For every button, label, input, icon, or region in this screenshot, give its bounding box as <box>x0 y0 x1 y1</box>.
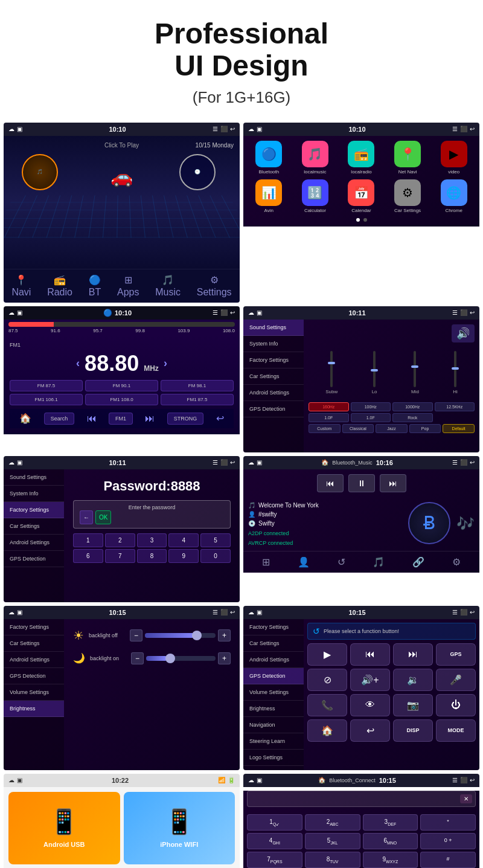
gear-bottom-icon[interactable]: ⚙ <box>452 556 461 568</box>
freq-up[interactable]: › <box>164 357 167 370</box>
next-button[interactable]: ⏭ <box>145 413 155 424</box>
music-bottom-icon[interactable]: 🎵 <box>373 556 385 568</box>
sidebar-gps-detection[interactable]: GPS Detection <box>243 401 304 417</box>
gps-mic[interactable]: 🎤 <box>436 669 476 691</box>
backlight-off-minus[interactable]: − <box>130 629 142 641</box>
bt-clear-button[interactable]: ✕ <box>460 794 472 803</box>
freq-100hz[interactable]: 100Hz <box>351 402 391 411</box>
grid-icon[interactable]: ⊞ <box>262 556 270 568</box>
gps-disp[interactable]: DISP <box>393 719 433 742</box>
preset-5[interactable]: FM1 108.0 <box>85 394 158 405</box>
gps-sidebar-volume[interactable]: Volume Settings <box>243 684 304 701</box>
key-8[interactable]: 8 <box>137 549 167 563</box>
gps-eye[interactable]: 👁 <box>350 694 390 716</box>
gps-power[interactable]: ⏻ <box>436 694 476 716</box>
btn-1of-1[interactable]: 1.0F <box>309 413 349 422</box>
gps-sidebar-logo[interactable]: Logo Settings <box>243 750 304 766</box>
bt-key-4[interactable]: 4GHI <box>247 833 302 849</box>
bt-key-9[interactable]: 9WXYZ <box>363 852 418 868</box>
pw-sidebar-sound[interactable]: Sound Settings <box>4 469 64 486</box>
bt-next[interactable]: ⏭ <box>380 474 406 492</box>
freq-slider[interactable] <box>8 322 235 327</box>
pw-sidebar-car[interactable]: Car Settings <box>4 518 64 535</box>
contacts-icon[interactable]: 👤 <box>298 556 310 568</box>
sidebar-system-info[interactable]: System Info <box>243 336 304 352</box>
preset-default[interactable]: Default <box>443 424 475 433</box>
pw-sidebar-android[interactable]: Android Settings <box>4 535 64 551</box>
nav-music[interactable]: 🎵 Music <box>155 274 181 298</box>
bl-car[interactable]: Car Settings <box>4 635 64 652</box>
app-bluetooth[interactable]: 🔵 Bluetooth <box>248 141 290 175</box>
nav-apps[interactable]: ⊞ Apps <box>117 274 139 298</box>
gps-vol-up[interactable]: 🔊+ <box>350 669 390 691</box>
gps-next[interactable]: ⏭ <box>393 643 433 666</box>
app-chrome[interactable]: 🌐 Chrome <box>433 179 475 213</box>
gps-vol-down[interactable]: 🔉 <box>393 669 433 691</box>
key-4[interactable]: 4 <box>168 533 199 547</box>
preset-2[interactable]: FM 90.1 <box>85 380 158 391</box>
app-localmusic[interactable]: 🎵 localmusic <box>295 141 336 175</box>
backlight-on-plus[interactable]: + <box>218 652 231 664</box>
key-2[interactable]: 2 <box>105 533 135 547</box>
app-calculator[interactable]: 🔢 Calculator <box>295 179 336 213</box>
pw-sidebar-gps[interactable]: GPS Detection <box>4 551 64 567</box>
app-avin[interactable]: 📊 Avin <box>248 179 290 213</box>
nav-navi[interactable]: 📍 Navi <box>11 274 31 298</box>
search-button[interactable]: Search <box>44 413 75 425</box>
key-9[interactable]: 9 <box>168 549 199 563</box>
gps-sidebar-car[interactable]: Car Settings <box>243 635 304 652</box>
key-0[interactable]: 0 <box>200 549 231 563</box>
bl-android[interactable]: Android Settings <box>4 652 64 668</box>
backlight-off-plus[interactable]: + <box>218 629 231 641</box>
preset-custom[interactable]: Custom <box>309 424 341 433</box>
bt-key-hash[interactable]: # <box>420 852 476 868</box>
app-localradio[interactable]: 📻 localradio <box>341 141 382 175</box>
preset-classical[interactable]: Classical <box>342 424 374 433</box>
bt-key-5[interactable]: 5JKL <box>305 833 360 849</box>
bt-connect-input-box[interactable]: ✕ <box>247 791 476 807</box>
gps-sidebar-brightness[interactable]: Brightness <box>243 701 304 717</box>
bt-key-1[interactable]: 1Q↙ <box>247 814 302 831</box>
key-7[interactable]: 7 <box>105 549 135 563</box>
sidebar-factory-settings[interactable]: Factory Settings <box>243 352 304 368</box>
bt-key-3[interactable]: 3DEF <box>363 814 418 831</box>
refresh-icon[interactable]: ↺ <box>337 556 345 568</box>
bl-volume[interactable]: Volume Settings <box>4 684 64 701</box>
gps-sidebar-factory[interactable]: Factory Settings <box>243 619 304 635</box>
backlight-on-minus[interactable]: − <box>131 652 144 664</box>
iphone-wifi-card[interactable]: 📱 iPhone WIFI <box>124 792 235 864</box>
bt-pause[interactable]: ⏸ <box>348 474 375 492</box>
freq-1000hz[interactable]: 1000Hz <box>392 402 433 411</box>
gps-mode[interactable]: MODE <box>436 719 476 742</box>
fm-button[interactable]: FM1 <box>109 413 133 425</box>
gps-phone[interactable]: 📞 <box>307 694 347 716</box>
key-5[interactable]: 5 <box>200 533 231 547</box>
freq-125khz[interactable]: 12.5KHz <box>435 402 475 411</box>
gps-gps-btn[interactable]: GPS <box>436 643 476 666</box>
bt-key-6[interactable]: 6MNO <box>363 833 418 849</box>
nav-settings[interactable]: ⚙ Settings <box>197 274 232 298</box>
key-1[interactable]: 1 <box>73 533 103 547</box>
preset-4[interactable]: FM1 106.1 <box>10 394 83 405</box>
sidebar-sound-settings[interactable]: Sound Settings <box>243 320 304 336</box>
bt-key-8[interactable]: 8TUV <box>305 852 360 868</box>
bt-key-star[interactable]: * <box>420 814 476 831</box>
pw-sidebar-system[interactable]: System Info <box>4 486 64 502</box>
app-car-settings[interactable]: ⚙ Car Settings <box>387 179 429 213</box>
sidebar-android-settings[interactable]: Android Settings <box>243 385 304 401</box>
app-netnavi[interactable]: 📍 Net Navi <box>387 141 429 175</box>
back-button[interactable]: ↩ <box>216 413 224 424</box>
preset-jazz[interactable]: Jazz <box>376 424 408 433</box>
gps-sidebar-gps[interactable]: GPS Detection <box>243 668 304 684</box>
preset-1[interactable]: FM 87.5 <box>10 380 83 391</box>
preset-3[interactable]: FM 98.1 <box>161 380 234 391</box>
gps-home[interactable]: 🏠 <box>307 719 347 742</box>
pw-sidebar-factory[interactable]: Factory Settings <box>4 502 64 518</box>
bt-key-0plus[interactable]: 0 + <box>420 833 476 849</box>
app-calendar[interactable]: 📅 Calendar <box>341 179 382 213</box>
freq-160hz[interactable]: 160Hz <box>309 402 349 411</box>
bl-gps[interactable]: GPS Detection <box>4 668 64 684</box>
gps-sidebar-nav[interactable]: Navigation <box>243 717 304 733</box>
prev-button[interactable]: ⏮ <box>87 413 97 424</box>
bl-brightness[interactable]: Brightness <box>4 701 64 717</box>
